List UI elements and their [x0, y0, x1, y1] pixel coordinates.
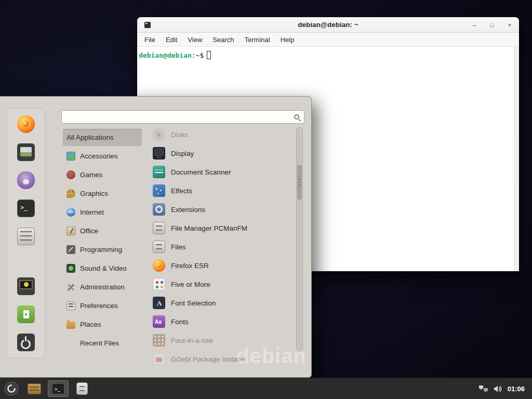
app-item-firefox-esr[interactable]: Firefox ESR — [148, 256, 295, 275]
prompt-path: ~ — [196, 51, 200, 59]
menu-help[interactable]: Help — [275, 33, 300, 47]
app-item-extensions[interactable]: Extensions — [148, 200, 295, 219]
category-games[interactable]: Games — [63, 166, 142, 183]
category-preferences[interactable]: Preferences — [63, 297, 142, 314]
four-in-a-row-icon — [153, 334, 165, 347]
app-item-files[interactable]: Files — [148, 237, 295, 256]
favorites-column — [6, 108, 45, 358]
font-selection-icon — [153, 297, 165, 309]
log-out-button[interactable] — [15, 305, 37, 324]
app-item-font-selection[interactable]: Font Selection — [148, 294, 295, 312]
file-manager-icon — [153, 222, 165, 234]
lock-screen-button[interactable] — [15, 277, 37, 296]
shutdown-icon — [17, 334, 35, 351]
favorite-photos[interactable] — [15, 143, 37, 162]
debian-menu-icon — [4, 381, 19, 396]
volume-icon[interactable] — [494, 385, 502, 393]
panel-clock[interactable]: 01:06 — [508, 385, 525, 393]
application-menu: All Applications Accessories Games Graph… — [0, 96, 312, 378]
window-controls: – □ × — [470, 17, 514, 33]
file-manager-icon — [76, 382, 88, 395]
menu-search[interactable]: Search — [207, 33, 239, 47]
terminal-title: debian@debian: ~ — [137, 21, 519, 29]
firefox-icon — [153, 259, 165, 272]
system-tray: 01:06 — [479, 385, 529, 393]
app-item-fonts[interactable]: Fonts — [148, 312, 295, 331]
taskbar-file-archiver-button[interactable] — [24, 380, 45, 397]
app-item-five-or-more[interactable]: Five or More — [148, 275, 295, 294]
display-icon — [153, 147, 165, 159]
terminal-titlebar[interactable]: debian@debian: ~ – □ × — [137, 17, 519, 33]
prompt-user-host: debian@debian — [139, 51, 192, 59]
favorite-firefox[interactable] — [15, 115, 37, 134]
menu-edit[interactable]: Edit — [161, 33, 182, 47]
favorite-pidgin[interactable] — [15, 171, 37, 190]
category-administration[interactable]: Administration — [63, 278, 142, 296]
menu-terminal[interactable]: Terminal — [240, 33, 275, 47]
app-item-file-manager-pcmanfm[interactable]: File Manager PCManFM — [148, 219, 295, 237]
app-item-display[interactable]: Display — [148, 144, 295, 163]
terminal-menubar: File Edit View Search Terminal Help — [137, 33, 519, 47]
category-places[interactable]: Places — [63, 316, 142, 333]
menu-view[interactable]: View — [182, 33, 207, 47]
five-or-more-icon — [153, 278, 165, 290]
terminal-app-icon — [144, 22, 151, 28]
network-icon[interactable] — [479, 385, 488, 393]
terminal-icon — [17, 200, 35, 217]
lock-screen-icon — [17, 277, 35, 295]
category-recent-files[interactable]: Recent Files — [63, 335, 142, 352]
places-icon — [66, 322, 75, 329]
scrollbar-thumb[interactable] — [297, 165, 302, 200]
category-programming[interactable]: Programming — [63, 241, 142, 258]
document-scanner-icon — [153, 166, 165, 178]
programming-icon — [66, 245, 75, 254]
log-out-icon — [17, 305, 35, 323]
search-input[interactable] — [62, 111, 294, 123]
photos-icon — [17, 143, 35, 161]
category-internet[interactable]: Internet — [63, 204, 142, 221]
administration-icon — [66, 283, 75, 291]
app-item-disks[interactable]: Disks — [148, 125, 295, 144]
menu-scrollbar[interactable] — [296, 127, 303, 351]
favorite-terminal[interactable] — [15, 199, 37, 218]
shutdown-button[interactable] — [15, 333, 37, 352]
internet-icon — [66, 208, 75, 217]
category-office[interactable]: Office — [63, 222, 142, 240]
maximize-icon[interactable]: □ — [488, 21, 496, 29]
taskbar-panel: 01:06 — [0, 378, 532, 399]
app-item-document-scanner[interactable]: Document Scanner — [148, 163, 295, 181]
menu-button[interactable] — [3, 380, 20, 397]
gdebi-icon — [153, 353, 165, 365]
terminal-scrollbar[interactable] — [514, 47, 519, 271]
file-cabinet-icon — [17, 228, 35, 245]
graphics-icon — [66, 189, 75, 198]
sound-video-icon — [66, 264, 75, 273]
effects-icon — [153, 184, 165, 197]
favorite-files[interactable] — [15, 227, 37, 246]
pidgin-icon — [17, 171, 35, 189]
menu-file[interactable]: File — [139, 33, 161, 47]
prompt-dollar: $ — [200, 51, 204, 59]
category-graphics[interactable]: Graphics — [63, 185, 142, 202]
app-item-gdebi-package-installer[interactable]: GDebi Package Installer — [148, 350, 295, 368]
office-icon — [66, 227, 75, 235]
fonts-icon — [153, 315, 165, 328]
accessories-icon — [66, 152, 75, 161]
category-sound-video[interactable]: Sound & Video — [63, 260, 142, 277]
extensions-icon — [153, 203, 165, 216]
category-icon-spacer — [66, 339, 75, 348]
taskbar-file-manager-button[interactable] — [72, 380, 92, 397]
files-icon — [153, 241, 165, 253]
category-accessories[interactable]: Accessories — [63, 148, 142, 165]
category-list: All Applications Accessories Games Graph… — [63, 129, 142, 353]
terminal-cursor — [207, 51, 211, 59]
terminal-icon — [52, 383, 64, 394]
close-icon[interactable]: × — [506, 21, 514, 29]
minimize-icon[interactable]: – — [470, 21, 478, 29]
category-all-applications[interactable]: All Applications — [63, 129, 142, 146]
file-archiver-icon — [28, 383, 41, 394]
app-item-effects[interactable]: Effects — [148, 181, 295, 200]
app-item-four-in-a-row[interactable]: Four-in-a-row — [148, 331, 295, 350]
search-box[interactable] — [61, 110, 304, 124]
taskbar-terminal-button[interactable] — [48, 380, 69, 397]
